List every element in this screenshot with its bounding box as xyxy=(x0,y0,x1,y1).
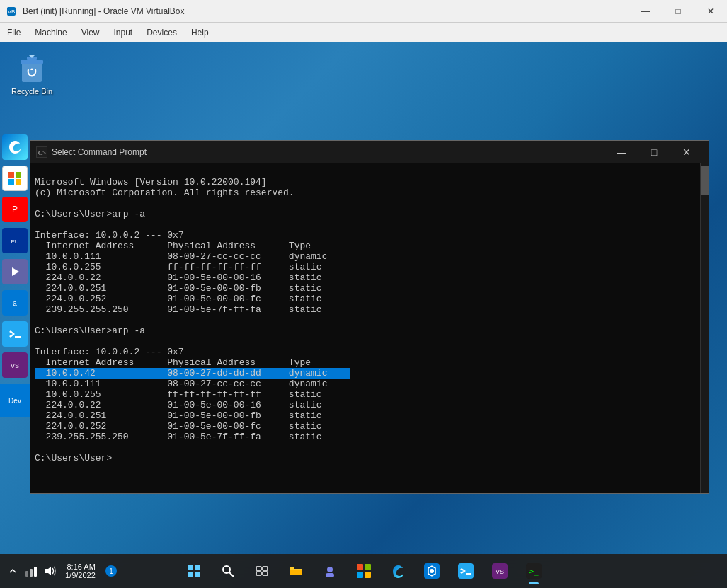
svg-rect-26 xyxy=(263,567,268,570)
blue-sidebar-icon[interactable]: VS xyxy=(2,352,28,378)
taskbar-right: 8:16 AM 1/9/2022 1 xyxy=(0,561,118,581)
msstore2-icon xyxy=(424,563,440,579)
virtualbox-title: Bert (init) [Running] - Oracle VM Virtua… xyxy=(23,6,629,16)
svg-rect-6 xyxy=(16,172,21,178)
taskbar-chat-button[interactable] xyxy=(314,555,345,587)
cmd-window: C> Select Command Prompt — □ ✕ Microsoft… xyxy=(30,140,709,494)
taskbar-search-button[interactable] xyxy=(212,555,244,587)
taskbar: VS >_ xyxy=(0,554,727,588)
virtualbox-titlebar: VB Bert (init) [Running] - Oracle VM Vir… xyxy=(0,0,727,23)
svg-rect-32 xyxy=(365,564,371,570)
menu-input[interactable]: Input xyxy=(107,25,140,40)
virtualbox-window-controls: — □ ✕ xyxy=(629,0,727,22)
taskbar-terminal-button[interactable]: >_ xyxy=(518,555,549,587)
taskbar-msstore2-button[interactable] xyxy=(416,555,447,587)
store-icon xyxy=(356,563,372,579)
cmd-scrollbar[interactable] xyxy=(700,163,709,493)
menu-file[interactable]: File xyxy=(0,25,28,40)
vbox-maximize-button[interactable]: □ xyxy=(662,0,694,23)
cmd-line-3: C:\Users\User>arp -a xyxy=(35,209,145,219)
cmd-line-21: 239.255.255.250 01-00-5e-7f-ff-fa static xyxy=(35,432,322,442)
svg-point-29 xyxy=(327,567,333,572)
tray-network-icon[interactable] xyxy=(24,564,38,578)
svg-line-24 xyxy=(229,572,234,577)
svg-rect-30 xyxy=(326,573,334,577)
chat-icon xyxy=(322,563,338,579)
vscode-sidebar-icon[interactable] xyxy=(2,321,28,347)
svg-text:Dev: Dev xyxy=(8,397,21,405)
cmd-minimize-button[interactable]: — xyxy=(605,141,638,163)
tray-chevron-button[interactable] xyxy=(6,564,20,578)
cmd-line-11: 239.255.255.250 01-00-5e-7f-ff-fa static xyxy=(35,304,322,315)
taskbar-start-button[interactable] xyxy=(178,555,210,587)
microsoft-sidebar-icon[interactable] xyxy=(2,166,28,191)
svg-text:C>: C> xyxy=(38,149,46,156)
cmd-line-18: 224.0.0.22 01-00-5e-00-00-16 static xyxy=(35,400,322,410)
left-sidebar: P EU a xyxy=(0,42,30,417)
svg-text:VB: VB xyxy=(8,8,16,15)
taskbar-center: VS >_ xyxy=(178,555,549,587)
menu-view[interactable]: View xyxy=(74,25,107,40)
cmd-line-20: 224.0.0.252 01-00-5e-00-00-fc static xyxy=(35,421,322,432)
cmd-line-4: Interface: 10.0.0.2 --- 0x7 xyxy=(35,230,184,241)
cmd-line-13: Interface: 10.0.0.2 --- 0x7 xyxy=(35,347,184,357)
tray-notification-button[interactable]: 1 xyxy=(104,564,118,578)
start-icon xyxy=(187,564,201,578)
cmd-line-8: 224.0.0.22 01-00-5e-00-00-16 static xyxy=(35,272,322,283)
tray-sound-icon[interactable] xyxy=(42,564,57,578)
taskbar-clock[interactable]: 8:16 AM 1/9/2022 xyxy=(65,563,96,580)
svg-rect-5 xyxy=(8,172,14,178)
edge-sidebar-icon[interactable] xyxy=(2,134,28,160)
svg-point-36 xyxy=(430,569,434,573)
svg-rect-44 xyxy=(30,569,33,577)
svg-text:>_: >_ xyxy=(529,567,539,576)
svg-marker-11 xyxy=(12,267,19,276)
virtualbox-menubar: File Machine View Input Devices Help xyxy=(0,23,727,42)
cmd-line-10: 224.0.0.252 01-00-5e-00-00-fc static xyxy=(35,294,322,304)
svg-text:VS: VS xyxy=(11,362,19,369)
menu-machine[interactable]: Machine xyxy=(28,25,74,40)
taskbar-edge-button[interactable] xyxy=(382,555,413,587)
desktop: VB Bert (init) [Running] - Oracle VM Vir… xyxy=(0,0,727,588)
cmd-scrollbar-thumb[interactable] xyxy=(701,166,709,195)
taskbar-taskview-button[interactable] xyxy=(246,555,277,587)
svg-rect-21 xyxy=(188,572,193,577)
svg-rect-45 xyxy=(34,567,37,577)
svg-text:EU: EU xyxy=(11,238,18,245)
cmd-line-17: 10.0.0.255 ff-ff-ff-ff-ff-ff static xyxy=(35,389,322,400)
eu-sidebar-icon[interactable]: EU xyxy=(2,228,28,253)
menu-help[interactable]: Help xyxy=(184,25,216,40)
app-sidebar-icon[interactable]: a xyxy=(2,290,28,316)
cmd-line-9: 224.0.0.251 01-00-5e-00-00-fb static xyxy=(35,283,322,294)
svg-text:P: P xyxy=(12,204,18,214)
desktop-area: Recycle Bin P xyxy=(0,42,727,554)
cmd-close-button[interactable]: ✕ xyxy=(670,141,703,163)
svg-rect-43 xyxy=(25,571,28,577)
svg-rect-34 xyxy=(365,572,371,578)
cmd-line-5: Internet Address Physical Address Type xyxy=(35,241,311,251)
taskbar-vscode-button[interactable] xyxy=(450,555,481,587)
vbox-close-button[interactable]: ✕ xyxy=(694,0,727,23)
svg-text:VS: VS xyxy=(495,568,503,575)
cmd-title-text: Select Command Prompt xyxy=(52,147,605,157)
cmd-line-6: 10.0.0.111 08-00-27-cc-cc-cc dynamic xyxy=(35,251,327,262)
taskview-icon xyxy=(255,564,269,578)
svg-text:1: 1 xyxy=(109,567,113,575)
explorer-icon xyxy=(288,563,304,579)
svg-rect-13 xyxy=(15,336,21,338)
svg-rect-19 xyxy=(188,565,193,570)
windev-sidebar-icon[interactable]: Dev xyxy=(0,384,32,417)
taskbar-vs-button[interactable]: VS xyxy=(484,555,515,587)
menu-devices[interactable]: Devices xyxy=(139,25,184,40)
cmd-content[interactable]: Microsoft Windows [Version 10.0.22000.19… xyxy=(30,163,700,493)
taskbar-store-button[interactable] xyxy=(348,555,379,587)
play-sidebar-icon[interactable] xyxy=(2,259,28,284)
cmd-line-1: Microsoft Windows [Version 10.0.22000.19… xyxy=(35,177,267,188)
vbox-minimize-button[interactable]: — xyxy=(629,0,662,23)
taskbar-explorer-button[interactable] xyxy=(280,555,311,587)
cmd-maximize-button[interactable]: □ xyxy=(638,141,670,163)
terminal-taskbar-icon: >_ xyxy=(526,563,542,579)
svg-rect-25 xyxy=(256,567,261,570)
red-sidebar-icon[interactable]: P xyxy=(2,197,28,222)
vs-taskbar-icon: VS xyxy=(492,563,508,579)
